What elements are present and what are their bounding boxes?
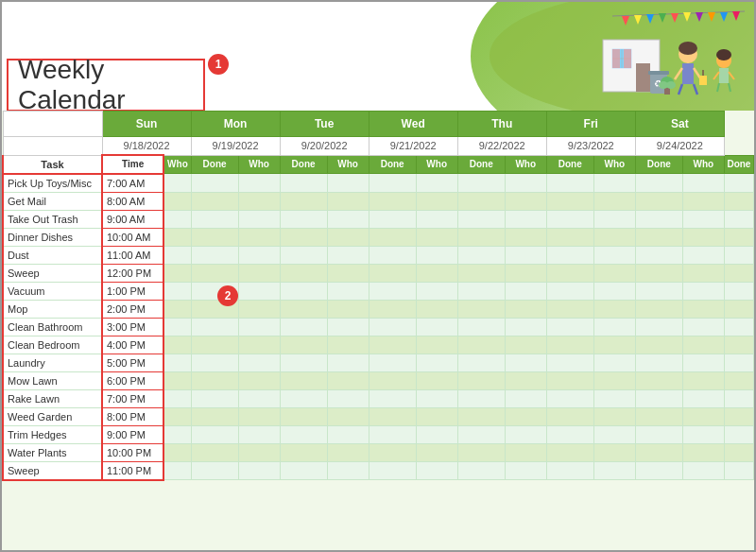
data-cell[interactable] xyxy=(369,192,416,210)
data-cell[interactable] xyxy=(635,354,682,371)
data-cell[interactable] xyxy=(163,336,191,354)
data-cell[interactable] xyxy=(238,264,280,282)
data-cell[interactable] xyxy=(635,389,682,407)
data-cell[interactable] xyxy=(593,425,635,443)
data-cell[interactable] xyxy=(457,282,505,300)
data-cell[interactable] xyxy=(191,443,238,461)
data-cell[interactable] xyxy=(191,354,238,371)
data-cell[interactable] xyxy=(505,210,546,228)
data-cell[interactable] xyxy=(238,192,280,210)
data-cell[interactable] xyxy=(280,282,327,300)
data-cell[interactable] xyxy=(327,282,369,300)
data-cell[interactable] xyxy=(593,264,635,282)
data-cell[interactable] xyxy=(191,264,238,282)
data-cell[interactable] xyxy=(163,443,191,461)
data-cell[interactable] xyxy=(457,461,505,480)
data-cell[interactable] xyxy=(457,174,505,193)
data-cell[interactable] xyxy=(593,354,635,371)
data-cell[interactable] xyxy=(635,371,682,389)
data-cell[interactable] xyxy=(635,210,682,228)
data-cell[interactable] xyxy=(191,461,238,480)
data-cell[interactable] xyxy=(238,174,280,193)
data-cell[interactable] xyxy=(163,246,191,264)
data-cell[interactable] xyxy=(280,228,327,246)
data-cell[interactable] xyxy=(546,192,593,210)
data-cell[interactable] xyxy=(505,443,546,461)
data-cell[interactable] xyxy=(724,264,753,282)
data-cell[interactable] xyxy=(163,425,191,443)
data-cell[interactable] xyxy=(416,300,457,318)
data-cell[interactable] xyxy=(163,318,191,336)
data-cell[interactable] xyxy=(163,282,191,300)
data-cell[interactable] xyxy=(682,389,724,407)
data-cell[interactable] xyxy=(457,318,505,336)
data-cell[interactable] xyxy=(369,210,416,228)
data-cell[interactable] xyxy=(163,264,191,282)
data-cell[interactable] xyxy=(238,354,280,371)
data-cell[interactable] xyxy=(635,228,682,246)
data-cell[interactable] xyxy=(327,174,369,193)
data-cell[interactable] xyxy=(327,192,369,210)
table-row[interactable]: Take Out Trash9:00 AM xyxy=(3,210,754,228)
data-cell[interactable] xyxy=(635,336,682,354)
data-cell[interactable] xyxy=(163,389,191,407)
data-cell[interactable] xyxy=(546,389,593,407)
data-cell[interactable] xyxy=(635,318,682,336)
table-row[interactable]: Get Mail8:00 AM xyxy=(3,192,754,210)
data-cell[interactable] xyxy=(369,228,416,246)
data-cell[interactable] xyxy=(724,210,753,228)
data-cell[interactable] xyxy=(593,371,635,389)
table-row[interactable]: Mow Lawn6:00 PM xyxy=(3,371,754,389)
data-cell[interactable] xyxy=(327,371,369,389)
data-cell[interactable] xyxy=(280,407,327,425)
data-cell[interactable] xyxy=(369,443,416,461)
data-cell[interactable] xyxy=(546,425,593,443)
data-cell[interactable] xyxy=(327,443,369,461)
data-cell[interactable] xyxy=(635,443,682,461)
data-cell[interactable] xyxy=(593,389,635,407)
data-cell[interactable] xyxy=(163,407,191,425)
data-cell[interactable] xyxy=(546,282,593,300)
data-cell[interactable] xyxy=(546,264,593,282)
data-cell[interactable] xyxy=(593,192,635,210)
table-row[interactable]: Pick Up Toys/Misc7:00 AM xyxy=(3,174,754,193)
data-cell[interactable] xyxy=(546,318,593,336)
data-cell[interactable] xyxy=(280,371,327,389)
data-cell[interactable] xyxy=(369,425,416,443)
table-row[interactable]: Trim Hedges9:00 PM xyxy=(3,425,754,443)
data-cell[interactable] xyxy=(457,371,505,389)
data-cell[interactable] xyxy=(724,318,753,336)
data-cell[interactable] xyxy=(327,425,369,443)
data-cell[interactable] xyxy=(280,425,327,443)
data-cell[interactable] xyxy=(191,210,238,228)
data-cell[interactable] xyxy=(724,282,753,300)
data-cell[interactable] xyxy=(457,389,505,407)
data-cell[interactable] xyxy=(238,282,280,300)
data-cell[interactable] xyxy=(457,336,505,354)
data-cell[interactable] xyxy=(416,192,457,210)
data-cell[interactable] xyxy=(369,354,416,371)
data-cell[interactable] xyxy=(724,407,753,425)
data-cell[interactable] xyxy=(724,228,753,246)
data-cell[interactable] xyxy=(163,192,191,210)
data-cell[interactable] xyxy=(238,336,280,354)
data-cell[interactable] xyxy=(327,336,369,354)
data-cell[interactable] xyxy=(724,246,753,264)
data-cell[interactable] xyxy=(724,425,753,443)
data-cell[interactable] xyxy=(505,300,546,318)
data-cell[interactable] xyxy=(505,336,546,354)
data-cell[interactable] xyxy=(191,282,238,300)
data-cell[interactable] xyxy=(457,210,505,228)
data-cell[interactable] xyxy=(682,407,724,425)
data-cell[interactable] xyxy=(280,354,327,371)
data-cell[interactable] xyxy=(546,300,593,318)
data-cell[interactable] xyxy=(163,228,191,246)
data-cell[interactable] xyxy=(682,318,724,336)
data-cell[interactable] xyxy=(457,354,505,371)
data-cell[interactable] xyxy=(191,389,238,407)
data-cell[interactable] xyxy=(546,461,593,480)
data-cell[interactable] xyxy=(327,318,369,336)
data-cell[interactable] xyxy=(327,246,369,264)
data-cell[interactable] xyxy=(280,300,327,318)
data-cell[interactable] xyxy=(682,264,724,282)
